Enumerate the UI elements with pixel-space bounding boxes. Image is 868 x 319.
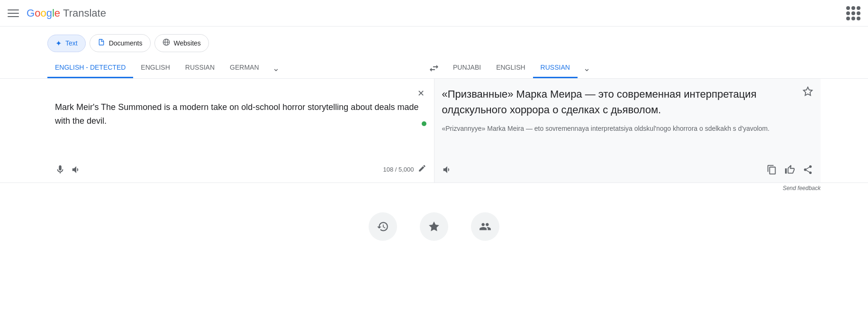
- lang-tab-punjabi-target[interactable]: PUNJABI: [445, 58, 488, 78]
- swap-languages-button[interactable]: [423, 63, 445, 74]
- lang-tab-russian-target[interactable]: RUSSIAN: [533, 58, 578, 78]
- logo-letter-o2: o: [40, 7, 46, 19]
- microphone-button[interactable]: [55, 164, 65, 175]
- svg-marker-3: [804, 87, 812, 95]
- source-panel-top: ✕: [55, 86, 426, 100]
- logo-letter-g2: g: [46, 7, 52, 19]
- lang-tab-russian-source[interactable]: RUSSIAN: [178, 58, 222, 78]
- app-header: Google Translate: [0, 0, 868, 27]
- transliteration-text: «Prizvannyye» Marka Meira — eto sovremen…: [442, 123, 814, 134]
- websites-tab-label: Websites: [174, 39, 201, 47]
- apps-grid-icon[interactable]: [846, 6, 860, 20]
- save-translation-button[interactable]: [803, 86, 813, 100]
- text-tab-label: Text: [65, 39, 78, 47]
- header-left: Google Translate: [8, 7, 106, 19]
- speaker-button[interactable]: [71, 164, 81, 175]
- listen-translation-button[interactable]: [442, 164, 452, 175]
- send-feedback-link[interactable]: Send feedback: [783, 185, 821, 191]
- edit-pencil-icon[interactable]: [418, 164, 426, 175]
- char-count: 108 / 5,000: [383, 166, 414, 173]
- logo-letter-e: e: [54, 7, 60, 19]
- recording-indicator: [422, 121, 426, 126]
- share-translation-button[interactable]: [803, 164, 813, 175]
- lang-tab-english-detected[interactable]: ENGLISH - DETECTED: [47, 58, 133, 78]
- logo-letter-o1: o: [35, 7, 40, 19]
- websites-tab-icon: [163, 38, 170, 48]
- target-panel-bottom: [442, 164, 814, 175]
- text-tab-icon: ✦: [55, 39, 62, 48]
- documents-tab-icon: [98, 38, 105, 48]
- source-panel: ✕ Mark Meir's The Summoned is a modern t…: [47, 79, 434, 182]
- language-bar: ENGLISH - DETECTED ENGLISH RUSSIAN GERMA…: [0, 58, 868, 79]
- documents-tab-label: Documents: [109, 39, 143, 47]
- translation-area: ✕ Mark Meir's The Summoned is a modern t…: [0, 79, 868, 183]
- logo-letter-g: G: [27, 7, 35, 19]
- feedback-row: Send feedback: [0, 183, 868, 193]
- svg-marker-4: [429, 221, 439, 231]
- target-lang-expand-icon[interactable]: ⌄: [578, 59, 596, 77]
- clear-text-button[interactable]: ✕: [416, 86, 426, 100]
- saved-button[interactable]: [420, 212, 448, 241]
- source-lang-expand-icon[interactable]: ⌄: [267, 59, 285, 77]
- lang-tab-english-target[interactable]: ENGLISH: [488, 58, 533, 78]
- google-translate-logo: Google Translate: [27, 7, 106, 19]
- translated-text: «Призванные» Марка Меира — это современн…: [442, 86, 814, 118]
- tab-text[interactable]: ✦ Text: [47, 35, 86, 52]
- history-button[interactable]: [369, 212, 397, 241]
- lang-tab-german-source[interactable]: GERMAN: [222, 58, 266, 78]
- source-controls: [55, 164, 81, 175]
- lang-tab-english-source[interactable]: ENGLISH: [133, 58, 177, 78]
- target-controls-right: [767, 164, 813, 175]
- mode-tabs: ✦ Text Documents Websites: [0, 27, 868, 58]
- community-button[interactable]: [471, 212, 499, 241]
- target-language-bar: PUNJABI ENGLISH RUSSIAN ⌄: [445, 58, 821, 78]
- feedback-translation-button[interactable]: [785, 164, 795, 175]
- tab-documents[interactable]: Documents: [90, 34, 151, 52]
- copy-translation-button[interactable]: [767, 164, 777, 175]
- source-language-bar: ENGLISH - DETECTED ENGLISH RUSSIAN GERMA…: [47, 58, 423, 78]
- logo-translate-text: Translate: [63, 7, 106, 19]
- bottom-action-bar: [0, 193, 868, 250]
- tab-websites[interactable]: Websites: [154, 34, 209, 52]
- source-panel-bottom: 108 / 5,000: [55, 164, 426, 175]
- target-panel: «Призванные» Марка Меира — это современн…: [434, 79, 821, 182]
- source-text-input[interactable]: Mark Meir's The Summoned is a modern tak…: [55, 100, 426, 160]
- hamburger-menu-icon[interactable]: [8, 8, 19, 19]
